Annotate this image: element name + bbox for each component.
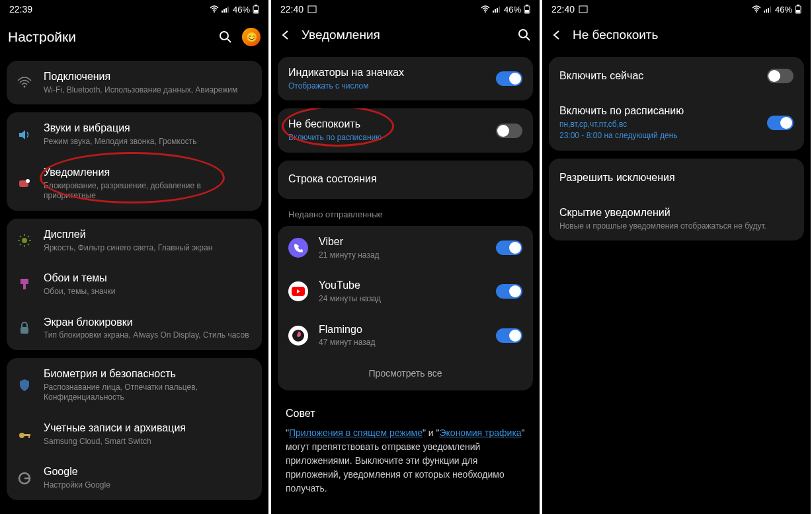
row-biometrics[interactable]: Биометрия и безопасностьРаспознавание ли… (7, 358, 262, 412)
svg-rect-42 (579, 6, 587, 13)
label: Экран блокировки (44, 316, 251, 330)
svg-rect-3 (225, 8, 227, 13)
row-exceptions[interactable]: Разрешить исключения (549, 159, 804, 197)
svg-rect-34 (499, 7, 500, 13)
svg-rect-4 (227, 7, 229, 13)
svg-point-30 (485, 11, 486, 13)
svg-rect-49 (797, 5, 799, 6)
status-right: 46% (210, 5, 259, 15)
row-display[interactable]: ДисплейЯркость, Фильтр синего света, Гла… (7, 219, 262, 262)
svg-rect-50 (796, 10, 800, 13)
sub: Режим звука, Мелодия звонка, Громкость (44, 137, 251, 147)
sub: Включить по расписанию (288, 133, 485, 143)
sub: Обои, темы, значки (44, 287, 251, 297)
tip-link-datasaver[interactable]: Экономия трафика (440, 427, 522, 438)
svg-rect-37 (525, 10, 529, 13)
battery-text: 46% (775, 5, 792, 15)
toggle-schedule[interactable] (767, 116, 793, 130)
row-enable-now[interactable]: Включить сейчас (549, 57, 804, 95)
avatar[interactable]: 😊 (242, 28, 261, 46)
sub: Распознавание лица, Отпечатки пальцев, К… (44, 383, 251, 403)
group-statusbar: Строка состояния (278, 161, 533, 199)
svg-rect-32 (495, 9, 496, 13)
signal-icon (221, 5, 230, 13)
svg-rect-7 (254, 10, 258, 13)
header: Уведомления (271, 18, 540, 53)
row-app-flamingo[interactable]: Flamingo47 минут назад (278, 314, 533, 357)
row-google[interactable]: GoogleНастройки Google (7, 456, 262, 499)
search-icon[interactable] (218, 30, 233, 44)
row-connections[interactable]: ПодключенияWi-Fi, Bluetooth, Использован… (7, 61, 262, 104)
wifi-icon (752, 5, 761, 13)
header: Не беспокоить (542, 18, 811, 53)
brightness-icon (16, 232, 33, 249)
label: Включить по расписанию (559, 104, 756, 118)
label: Google (44, 465, 251, 479)
screenshot-icon (579, 5, 588, 13)
svg-rect-1 (222, 11, 223, 13)
app-name: Flamingo (319, 323, 485, 337)
google-icon (16, 470, 33, 487)
back-icon[interactable] (279, 28, 292, 42)
statusbar: 22:40 46% (271, 0, 540, 18)
key-icon (16, 425, 33, 443)
svg-rect-36 (526, 5, 528, 6)
row-app-viber[interactable]: Viber21 минуту назад (278, 226, 533, 270)
sub: Новые и прошлые уведомления отображаться… (559, 221, 793, 232)
svg-rect-24 (20, 327, 28, 334)
toggle-dnd[interactable] (496, 124, 522, 138)
label: Звуки и вибрация (44, 122, 251, 135)
row-accounts[interactable]: Учетные записи и архивацияSamsung Cloud,… (7, 412, 262, 456)
group-display: ДисплейЯркость, Фильтр синего света, Гла… (7, 219, 262, 350)
tip-title: Совет (286, 408, 525, 420)
row-statusbar[interactable]: Строка состояния (278, 161, 533, 199)
svg-rect-46 (768, 8, 769, 13)
battery-text: 46% (504, 5, 521, 15)
sub-days: пн,вт,ср,чт,пт,сб,вс (559, 120, 756, 130)
notifications-icon (16, 175, 33, 192)
recent-header: Недавно отправленные (271, 203, 540, 222)
row-wallpaper[interactable]: Обои и темыОбои, темы, значки (7, 262, 262, 306)
viber-icon (288, 238, 308, 258)
page-title: Не беспокоить (573, 28, 803, 42)
battery-icon (795, 5, 801, 14)
svg-point-25 (19, 433, 24, 438)
svg-rect-44 (764, 11, 765, 13)
sub: Samsung Cloud, Smart Switch (44, 437, 251, 447)
sub: Отображать с числом (288, 81, 485, 92)
group-sound-notif: Звуки и вибрацияРежим звука, Мелодия зво… (7, 112, 262, 210)
group-connections: ПодключенияWi-Fi, Bluetooth, Использован… (7, 61, 262, 104)
status-right: 46% (481, 5, 530, 15)
sound-icon (16, 126, 33, 143)
row-dnd[interactable]: Не беспокоитьВключить по расписанию (278, 108, 533, 152)
toggle-viber[interactable] (496, 240, 522, 255)
toggle-youtube[interactable] (496, 284, 522, 299)
row-app-youtube[interactable]: YouTube24 минуты назад (278, 270, 533, 313)
svg-rect-47 (770, 7, 771, 13)
status-time: 22:39 (9, 4, 32, 15)
status-icons (481, 5, 501, 13)
svg-rect-29 (308, 6, 316, 13)
toggle-flamingo[interactable] (496, 328, 522, 343)
view-all-button[interactable]: Просмотреть все (278, 357, 533, 390)
tip-link-sleep[interactable]: Приложения в спящем режиме (289, 427, 423, 438)
back-icon[interactable] (550, 28, 563, 42)
toggle-enable-now[interactable] (767, 69, 793, 83)
screen-settings: 22:39 46% Настройки 😊 ПодключенияWi-Fi, … (0, 0, 268, 514)
row-schedule[interactable]: Включить по расписанию пн,вт,ср,чт,пт,сб… (549, 95, 804, 151)
svg-point-43 (756, 11, 757, 13)
row-sounds[interactable]: Звуки и вибрацияРежим звука, Мелодия зво… (7, 112, 262, 156)
row-notifications[interactable]: УведомленияБлокирование, разрешение, доб… (7, 157, 262, 211)
shield-icon (16, 377, 33, 394)
row-hide-notifications[interactable]: Скрытие уведомленийНовые и прошлые уведо… (549, 197, 804, 240)
group-recent-apps: Viber21 минуту назад YouTube24 минуты на… (278, 226, 533, 390)
svg-point-12 (26, 179, 30, 183)
svg-rect-23 (23, 284, 26, 289)
row-badge-indicators[interactable]: Индикаторы на значкахОтображать с числом (278, 57, 533, 100)
sub: Блокирование, разрешение, добавление в п… (44, 181, 251, 202)
svg-line-21 (28, 236, 29, 237)
toggle-indicators[interactable] (496, 71, 522, 86)
label: Обои и темы (44, 272, 251, 285)
row-lockscreen[interactable]: Экран блокировкиТип блокировки экрана, A… (7, 307, 262, 350)
search-icon[interactable] (517, 28, 532, 42)
